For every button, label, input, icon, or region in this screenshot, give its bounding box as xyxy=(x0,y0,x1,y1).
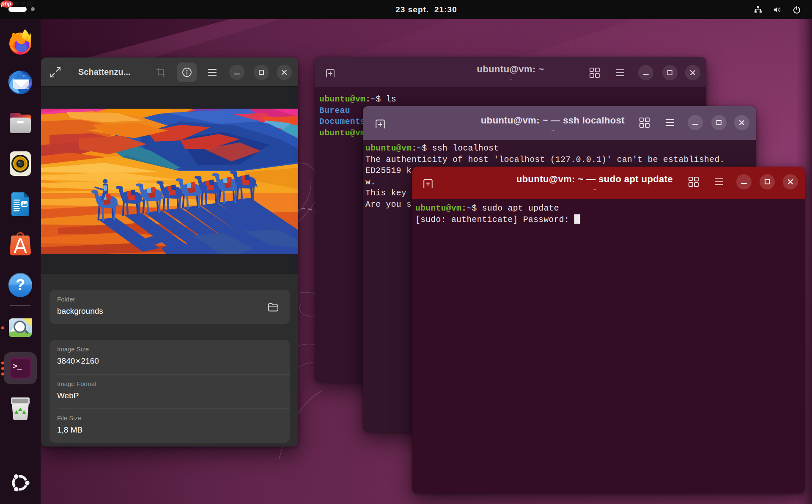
svg-text:?: ? xyxy=(16,276,25,293)
svg-text:>_: >_ xyxy=(13,362,22,371)
